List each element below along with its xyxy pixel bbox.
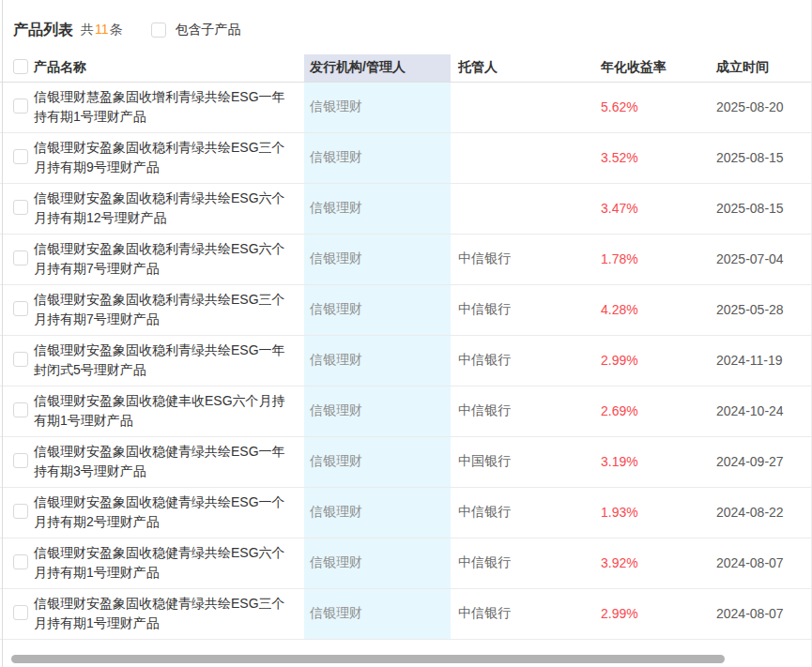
table-row[interactable]: 信银理财慧盈象固收增利青绿共绘ESG一年持有期1号理财产品 信银理财 5.62%…	[0, 82, 812, 132]
row-checkbox[interactable]	[13, 149, 28, 164]
row-checkbox[interactable]	[13, 352, 28, 367]
table-row[interactable]: 信银理财安盈象固收稳健青绿共绘ESG一年持有期3号理财产品 信银理财 中国银行 …	[0, 436, 812, 487]
count-suffix: 条	[110, 22, 123, 37]
yield-cell: 2.99%	[593, 588, 709, 639]
table-row[interactable]: 信银理财安盈象固收稳利青绿共绘ESG六个月持有期7号理财产品 信银理财 中信银行…	[0, 234, 812, 284]
product-name: 信银理财安盈象固收稳健青绿共绘ESG一年持有期3号理财产品	[34, 436, 304, 487]
custodian-cell: 中信银行	[451, 284, 593, 335]
product-count: 共11条	[81, 22, 123, 38]
header-checkbox-cell	[0, 54, 34, 82]
table-row[interactable]: 信银理财安盈象固收稳利青绿共绘ESG三个月持有期7号理财产品 信银理财 中信银行…	[0, 284, 812, 335]
count-prefix: 共	[81, 22, 94, 37]
product-name: 信银理财安盈象固收稳健青绿共绘ESG三个月持有期1号理财产品	[34, 588, 304, 639]
horizontal-scrollbar-thumb[interactable]	[11, 655, 725, 663]
row-checkbox-cell	[0, 386, 34, 436]
custodian-cell: 中国银行	[451, 436, 593, 487]
table-row[interactable]: 信银理财安盈象固收稳健丰收ESG六个月持有期1号理财产品 信银理财 中信银行 2…	[0, 386, 812, 436]
row-checkbox-cell	[0, 436, 34, 487]
count-value: 11	[94, 22, 110, 37]
horizontal-scrollbar-track[interactable]	[0, 654, 812, 664]
issuer-cell: 信银理财	[304, 183, 451, 234]
yield-cell: 3.92%	[593, 538, 709, 588]
yield-cell: 3.19%	[593, 436, 709, 487]
issuer-cell: 信银理财	[304, 82, 451, 132]
column-header-date: 成立时间	[709, 54, 812, 82]
column-header-issuer: 发行机构/管理人	[304, 54, 451, 82]
custodian-cell: 中信银行	[451, 386, 593, 436]
table-row[interactable]: 信银理财安盈象固收稳健青绿共绘ESG一个月持有期2号理财产品 信银理财 中信银行…	[0, 487, 812, 538]
row-checkbox-cell	[0, 82, 34, 132]
custodian-cell	[451, 82, 593, 132]
row-checkbox[interactable]	[13, 504, 28, 519]
yield-cell: 1.78%	[593, 234, 709, 284]
date-cell: 2024-11-19	[709, 335, 812, 386]
custodian-cell: 中信银行	[451, 234, 593, 284]
row-checkbox-cell	[0, 335, 34, 386]
table-row[interactable]: 信银理财安盈象固收稳利青绿共绘ESG一年封闭式5号理财产品 信银理财 中信银行 …	[0, 335, 812, 386]
issuer-cell: 信银理财	[304, 132, 451, 183]
yield-cell: 2.69%	[593, 386, 709, 436]
product-name: 信银理财安盈象固收稳利青绿共绘ESG六个月持有期7号理财产品	[34, 234, 304, 284]
date-cell: 2025-08-20	[709, 82, 812, 132]
row-checkbox[interactable]	[13, 605, 28, 620]
row-checkbox[interactable]	[13, 402, 28, 417]
table-row[interactable]: 信银理财安盈象固收稳利青绿共绘ESG三个月持有期9号理财产品 信银理财 3.52…	[0, 132, 812, 183]
issuer-cell: 信银理财	[304, 284, 451, 335]
row-checkbox[interactable]	[13, 200, 28, 215]
yield-cell: 2.99%	[593, 335, 709, 386]
date-cell: 2024-08-07	[709, 588, 812, 639]
date-cell: 2025-05-28	[709, 284, 812, 335]
product-name: 信银理财慧盈象固收增利青绿共绘ESG一年持有期1号理财产品	[34, 82, 304, 132]
row-checkbox[interactable]	[13, 554, 28, 569]
page-title: 产品列表	[13, 21, 73, 40]
date-cell: 2024-08-07	[709, 538, 812, 588]
product-name: 信银理财安盈象固收稳利青绿共绘ESG三个月持有期9号理财产品	[34, 132, 304, 183]
product-name: 信银理财安盈象固收稳利青绿共绘ESG一年封闭式5号理财产品	[34, 335, 304, 386]
custodian-cell: 中信银行	[451, 538, 593, 588]
product-name: 信银理财安盈象固收稳健丰收ESG六个月持有期1号理财产品	[34, 386, 304, 436]
include-sub-products-checkbox[interactable]	[151, 23, 166, 38]
table-header: 产品名称 发行机构/管理人 托管人 年化收益率 成立时间	[0, 54, 812, 82]
row-checkbox-cell	[0, 284, 34, 335]
date-cell: 2024-10-24	[709, 386, 812, 436]
product-table: 产品名称 发行机构/管理人 托管人 年化收益率 成立时间 信银理财慧盈象固收增利…	[0, 54, 812, 640]
issuer-cell: 信银理财	[304, 436, 451, 487]
custodian-cell: 中信银行	[451, 487, 593, 538]
column-header-custodian: 托管人	[451, 54, 593, 82]
row-checkbox-cell	[0, 132, 34, 183]
include-sub-products-filter[interactable]: 包含子产品	[151, 22, 241, 38]
custodian-cell	[451, 183, 593, 234]
issuer-cell: 信银理财	[304, 386, 451, 436]
row-checkbox-cell	[0, 487, 34, 538]
product-name: 信银理财安盈象固收稳利青绿共绘ESG六个月持有期12号理财产品	[34, 183, 304, 234]
row-checkbox[interactable]	[13, 99, 28, 114]
product-name: 信银理财安盈象固收稳利青绿共绘ESG三个月持有期7号理财产品	[34, 284, 304, 335]
row-checkbox[interactable]	[13, 250, 28, 265]
yield-cell: 3.47%	[593, 183, 709, 234]
product-name: 信银理财安盈象固收稳健青绿共绘ESG一个月持有期2号理财产品	[34, 487, 304, 538]
row-checkbox[interactable]	[13, 453, 28, 468]
table-row[interactable]: 信银理财安盈象固收稳健青绿共绘ESG三个月持有期1号理财产品 信银理财 中信银行…	[0, 588, 812, 639]
issuer-cell: 信银理财	[304, 335, 451, 386]
issuer-cell: 信银理财	[304, 234, 451, 284]
product-list-page: 产品列表 共11条 包含子产品 产品名称 发行机构/管理人 托管人 年化收益率 …	[0, 0, 812, 667]
select-all-checkbox[interactable]	[13, 59, 28, 74]
yield-cell: 3.52%	[593, 132, 709, 183]
table-row[interactable]: 信银理财安盈象固收稳健青绿共绘ESG六个月持有期1号理财产品 信银理财 中信银行…	[0, 538, 812, 588]
table-row[interactable]: 信银理财安盈象固收稳利青绿共绘ESG六个月持有期12号理财产品 信银理财 3.4…	[0, 183, 812, 234]
custodian-cell	[451, 132, 593, 183]
product-name: 信银理财安盈象固收稳健青绿共绘ESG六个月持有期1号理财产品	[34, 538, 304, 588]
yield-cell: 1.93%	[593, 487, 709, 538]
date-cell: 2024-08-22	[709, 487, 812, 538]
yield-cell: 4.28%	[593, 284, 709, 335]
custodian-cell: 中信银行	[451, 588, 593, 639]
table-body: 信银理财慧盈象固收增利青绿共绘ESG一年持有期1号理财产品 信银理财 5.62%…	[0, 82, 812, 639]
date-cell: 2025-07-04	[709, 234, 812, 284]
row-checkbox-cell	[0, 183, 34, 234]
date-cell: 2024-09-27	[709, 436, 812, 487]
row-checkbox-cell	[0, 588, 34, 639]
row-checkbox-cell	[0, 234, 34, 284]
issuer-cell: 信银理财	[304, 538, 451, 588]
custodian-cell: 中信银行	[451, 335, 593, 386]
row-checkbox[interactable]	[13, 301, 28, 316]
